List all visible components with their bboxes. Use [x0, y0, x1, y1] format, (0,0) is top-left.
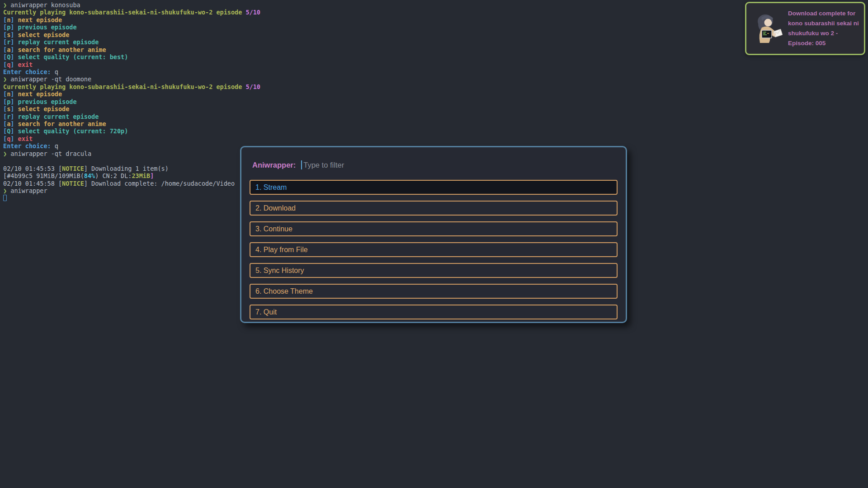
terminal-text-segment: previous episode [14, 98, 76, 105]
terminal-text-segment: q [51, 142, 58, 150]
anime-girl-icon [749, 10, 784, 47]
terminal-text-segment: ❯ [3, 75, 10, 83]
terminal-text-segment: ❯ [3, 1, 10, 9]
terminal-line: Enter choice: q [3, 68, 867, 75]
terminal-text-segment: [ [3, 105, 7, 113]
terminal-text-segment: Enter choice: [3, 142, 51, 150]
menu-item-4[interactable]: 4. Play from File [250, 242, 618, 257]
terminal-text-segment: 5/10 [245, 9, 260, 16]
terminal-line: Currently playing kono-subarashii-sekai-… [3, 83, 867, 90]
terminal-line: Currently playing kono-subarashii-sekai-… [3, 9, 867, 16]
terminal-text-segment: ❯ [3, 150, 10, 157]
menu-item-2[interactable]: 2. Download [250, 201, 618, 216]
menu-item-label: 7. Quit [255, 308, 277, 316]
terminal-text-segment: select quality (current: 720p) [14, 127, 128, 135]
terminal-text-segment: NOTICE [62, 165, 84, 172]
menu-item-6[interactable]: 6. Choose Theme [250, 284, 618, 299]
filter-input[interactable]: Type to filter [303, 161, 344, 169]
terminal-text-segment: replay current episode [14, 38, 99, 46]
terminal-text-segment: next episode [14, 16, 62, 23]
terminal-text-segment: ] [150, 172, 154, 179]
menu-item-3[interactable]: 3. Continue [250, 221, 618, 236]
terminal-text-segment: replay current episode [14, 113, 99, 120]
terminal-text-segment: [ [3, 120, 7, 127]
terminal-line: ❯ aniwrapper konosuba [3, 1, 867, 9]
desktop: ❯ aniwrapper konosubaCurrently playing k… [0, 0, 868, 488]
terminal-text-segment: 23MiB [132, 172, 150, 179]
terminal-line: [Q] select quality (current: best) [3, 53, 867, 61]
terminal-text-segment: ] Download complete: /home/sudacode/Vide… [84, 180, 235, 187]
terminal-text-segment: [ [3, 38, 7, 46]
menu-item-7[interactable]: 7. Quit [250, 305, 618, 319]
terminal-line: [n] next episode [3, 16, 867, 23]
terminal-text-segment: NOTICE [62, 180, 84, 187]
menu-item-label: 3. Continue [255, 225, 292, 233]
terminal-text-segment: next episode [14, 90, 62, 98]
terminal-line: [r] replay current episode [3, 113, 867, 120]
notification-text-line: Download complete for [788, 9, 859, 19]
notification-text-line: Episode: 005 [788, 38, 859, 48]
terminal-text-segment: [ [3, 23, 7, 31]
terminal-text-segment: 5/10 [245, 83, 260, 90]
terminal-text-segment: aniwrapper [10, 187, 47, 194]
terminal-line: [Q] select quality (current: 720p) [3, 127, 867, 135]
terminal-text-segment: Currently playing kono-subarashii-sekai-… [3, 9, 245, 16]
terminal-text-segment: [ [3, 127, 7, 135]
menu-item-label: 5. Sync History [255, 267, 304, 275]
terminal-text-segment: aniwrapper konosuba [10, 1, 80, 9]
terminal-text-segment: [#4b99c5 91MiB/109MiB( [3, 172, 84, 179]
menu-item-label: 2. Download [255, 204, 296, 212]
terminal-text-segment: [ [3, 98, 7, 105]
terminal-text-segment: select episode [14, 31, 69, 38]
terminal-text-segment: [ [3, 16, 7, 23]
terminal-text-segment: [ [3, 135, 7, 142]
terminal-text-segment: search for another anime [14, 120, 106, 127]
terminal-text-segment: [ [3, 46, 7, 53]
notification-text: Download complete forkono subarashii sek… [788, 9, 859, 48]
menu-item-label: 4. Play from File [255, 246, 308, 254]
terminal-text-segment: [ [3, 61, 7, 68]
terminal-text-segment: 02/10 01:45:53 [ [3, 165, 62, 172]
rofi-prompt-label: Aniwrapper: [252, 161, 296, 169]
terminal-line: [n] next episode [3, 90, 867, 98]
terminal-text-segment: aniwrapper -qt doomone [10, 75, 91, 83]
menu-item-5[interactable]: 5. Sync History [250, 263, 618, 278]
terminal-text-segment: ) CN:2 DL: [95, 172, 132, 179]
terminal-line: [r] replay current episode [3, 38, 867, 46]
terminal-cursor [3, 195, 7, 201]
terminal-text-segment: aniwrapper -qt dracula [10, 150, 91, 157]
terminal-line: [p] previous episode [3, 23, 867, 31]
terminal-line: [p] previous episode [3, 98, 867, 105]
terminal-text-segment: [ [3, 90, 7, 98]
terminal-text-segment: ] Downloading 1 item(s) [84, 165, 169, 172]
rofi-menu-list: 1. Stream2. Download3. Continue4. Play f… [250, 180, 618, 319]
menu-item-label: 1. Stream [255, 183, 287, 192]
terminal-text-segment: [ [3, 113, 7, 120]
terminal-text-segment: search for another anime [14, 46, 106, 53]
notification-popup[interactable]: Download complete forkono subarashii sek… [745, 2, 865, 55]
terminal-line: [a] search for another anime [3, 46, 867, 53]
text-cursor-icon [301, 160, 302, 169]
terminal-text-segment: [ [3, 31, 7, 38]
terminal-line: [a] search for another anime [3, 120, 867, 127]
terminal-text-segment: 02/10 01:45:58 [ [3, 180, 62, 187]
terminal-text-segment: [ [3, 53, 7, 61]
rofi-prompt-row: Aniwrapper: Type to filter [250, 160, 618, 170]
terminal-text-segment: select episode [14, 105, 69, 113]
terminal-text-segment: Currently playing kono-subarashii-sekai-… [3, 83, 245, 90]
terminal-text-segment: exit [14, 135, 33, 142]
terminal-line: [s] select episode [3, 31, 867, 38]
terminal-line: [q] exit [3, 135, 867, 142]
terminal-text-segment: ❯ [3, 187, 10, 194]
notification-text-line: kono subarashii sekai ni [788, 19, 859, 28]
terminal-text-segment: previous episode [14, 23, 76, 31]
menu-item-label: 6. Choose Theme [255, 287, 313, 296]
notification-text-line: shukufuku wo 2 - [788, 28, 859, 38]
terminal-text-segment: select quality (current: best) [14, 53, 128, 61]
rofi-menu-window: Aniwrapper: Type to filter 1. Stream2. D… [240, 146, 627, 323]
terminal-line: [s] select episode [3, 105, 867, 113]
menu-item-1[interactable]: 1. Stream [250, 180, 618, 195]
terminal-text-segment: 84% [84, 172, 95, 179]
terminal-text-segment: Enter choice: [3, 68, 51, 75]
terminal-line: [q] exit [3, 61, 867, 68]
